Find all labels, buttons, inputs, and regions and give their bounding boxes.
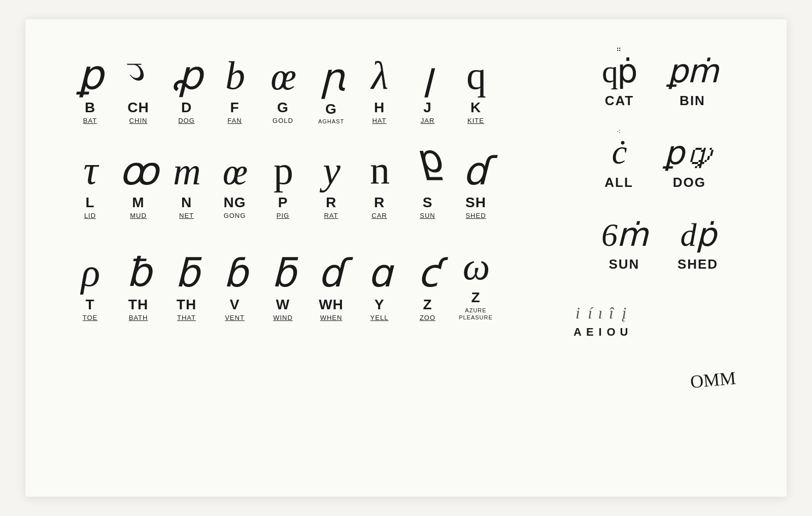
script-F: b <box>225 50 244 95</box>
char-K: q K KITE <box>452 50 500 124</box>
char-B: ꝑ B BAT <box>66 50 114 124</box>
label-ALL: ALL <box>604 175 633 190</box>
right-sun-shed: 6ṁ SUN dṗ SHED <box>573 208 746 275</box>
right-cat-bin: ⠶ qṗ CAT ꝑṁ BIN <box>573 45 746 111</box>
word-AGHAST: AGHAST <box>318 118 344 124</box>
latin-D: D <box>181 100 192 116</box>
script-N: m <box>173 145 200 190</box>
word-SUN: SUN <box>420 212 435 219</box>
latin-G-gold: G <box>277 100 289 116</box>
latin-L: L <box>85 195 94 211</box>
latin-F: F <box>230 100 239 116</box>
script-Z-zoo: ƈ <box>418 247 438 293</box>
char-T: ρ T TOE <box>66 247 114 321</box>
script-TH-that: ƃ <box>175 247 198 293</box>
vowel-letter-O: O <box>606 326 616 339</box>
latin-W: W <box>276 297 290 313</box>
vowel-mark-O: î <box>609 300 614 326</box>
word-DOG: DOG <box>178 117 195 124</box>
latin-SH: SH <box>465 195 486 211</box>
latin-CH: CH <box>127 100 149 116</box>
latin-WH: WH <box>319 297 344 313</box>
vowel-letter-E: E <box>586 326 594 339</box>
script-Z-azure: ω <box>463 240 489 285</box>
script-D: ꝓ <box>172 50 201 95</box>
vowel-mark-A: i <box>576 300 580 326</box>
char-N: m N NET <box>162 145 211 219</box>
char-Z-zoo: ƈ Z ZOO <box>403 247 452 321</box>
signature: OMM <box>689 367 736 393</box>
latin-Z-azure: Z <box>471 289 480 306</box>
word-GONG: GONG <box>224 212 246 219</box>
latin-Z-zoo: Z <box>423 297 432 313</box>
script-R-rat: y <box>323 145 340 190</box>
word-PIG: PIG <box>277 212 289 219</box>
script-DOG: ꝑꝙ <box>664 129 715 172</box>
main-page: ꝑ B BAT ꞇ CH CHIN ꝓ D DOG b <box>25 19 787 497</box>
latin-TH-bath: TH <box>128 297 148 313</box>
word-LID: LID <box>84 212 96 219</box>
word-WIND: WIND <box>273 314 293 321</box>
word-ZOO: ZOO <box>420 314 435 321</box>
script-G-aghast: ꞃ <box>320 51 343 97</box>
right-cell-dog: ꝑꝙ DOG <box>664 126 715 190</box>
alphabet-row-1: ꝑ B BAT ꞇ CH CHIN ꝓ D DOG b <box>66 50 558 124</box>
right-pair-1: ⠶ qṗ CAT ꝑṁ BIN <box>602 45 718 109</box>
char-L: τ L LID <box>66 145 114 219</box>
char-NG: œ NG GONG <box>211 145 259 219</box>
word-TOE: TOE <box>83 314 98 321</box>
word-AZURE: AZUREPLEASURE <box>459 307 493 321</box>
word-HAT: HAT <box>372 117 386 124</box>
char-J: ꞁ J JAR <box>403 50 452 124</box>
right-cell-sun: 6ṁ SUN <box>601 208 647 272</box>
word-CAR: CAR <box>371 212 387 219</box>
script-S: ƃ <box>416 145 439 190</box>
char-TH-bath: ƀ TH BATH <box>114 247 162 321</box>
latin-P: P <box>278 195 288 211</box>
latin-V: V <box>230 297 240 313</box>
vowel-O: î O <box>606 300 616 339</box>
script-CH: ꞇ <box>131 50 146 95</box>
left-section: ꝑ B BAT ꞇ CH CHIN ꝓ D DOG b <box>66 40 558 476</box>
latin-R-rat: R <box>326 195 336 211</box>
latin-S: S <box>423 195 433 211</box>
script-J: ꞁ <box>423 50 432 95</box>
word-BATH: BATH <box>129 314 148 321</box>
alphabet-row-3: ρ T TOE ƀ TH BATH ƃ TH THAT ɓ <box>66 240 558 321</box>
word-SHED: SHED <box>465 212 486 219</box>
latin-H: H <box>374 100 385 116</box>
char-D: ꝓ D DOG <box>162 50 211 124</box>
alphabet-row-2: τ L LID ꝏ M MUD m N NET œ <box>66 145 558 219</box>
char-G-gold: œ G GOLD <box>259 50 307 124</box>
word-YELL: YELL <box>370 314 389 321</box>
script-R-car: n <box>370 145 389 190</box>
latin-T: T <box>85 297 94 313</box>
script-L: τ <box>83 145 97 190</box>
right-vowels: i A í E ı I î O į U <box>573 300 746 339</box>
right-pair-3: 6ṁ SUN dṗ SHED <box>601 208 718 272</box>
word-VENT: VENT <box>225 314 245 321</box>
char-V: ɓ V VENT <box>211 247 259 321</box>
script-CAT: qṗ <box>602 47 637 90</box>
label-DOG: DOG <box>673 175 706 190</box>
label-CAT: CAT <box>605 93 634 109</box>
word-KITE: KITE <box>467 117 484 124</box>
right-pair-2: ⁖ ċ ALL ꝑꝙ DOG <box>604 126 715 190</box>
latin-Y: Y <box>375 297 385 313</box>
word-NET: NET <box>179 212 194 219</box>
script-B: ꝑ <box>78 50 103 95</box>
script-G-gold: œ <box>270 50 295 95</box>
vowel-U: į U <box>620 300 629 339</box>
label-BIN: BIN <box>680 93 705 109</box>
right-section: ⠶ qṗ CAT ꝑṁ BIN <box>558 40 746 476</box>
char-P: p P PIG <box>259 145 307 219</box>
script-SH: ɗ <box>463 145 489 190</box>
char-R-car: n R CAR <box>355 145 403 219</box>
script-NG: œ <box>223 145 247 190</box>
latin-TH-that: TH <box>177 297 196 313</box>
script-P: p <box>274 145 292 190</box>
right-all-dog: ⁖ ċ ALL ꝑꝙ DOG <box>573 126 746 193</box>
char-Y: ɑ Y YELL <box>355 247 403 321</box>
word-CHIN: CHIN <box>129 117 148 124</box>
char-SH: ɗ SH SHED <box>452 145 500 219</box>
